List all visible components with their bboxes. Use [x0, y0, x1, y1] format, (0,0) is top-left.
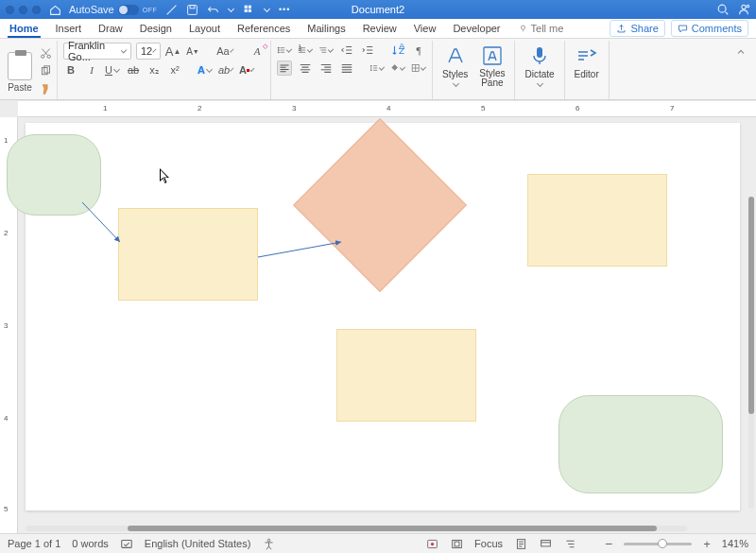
comments-button[interactable]: Comments: [671, 20, 748, 37]
shape-rounded-1[interactable]: [7, 134, 101, 216]
superscript-button[interactable]: x²: [167, 62, 182, 78]
shape-rect-3[interactable]: [336, 329, 476, 422]
italic-button[interactable]: I: [84, 62, 99, 78]
paste-icon[interactable]: [8, 52, 32, 80]
dec-indent-icon[interactable]: [339, 43, 354, 58]
shape-diamond[interactable]: [293, 118, 467, 292]
zoom-level[interactable]: 141%: [722, 538, 748, 549]
svg-rect-0: [187, 5, 197, 14]
autosave-toggle[interactable]: AutoSave OFF: [69, 4, 157, 15]
scroll-thumb[interactable]: [748, 197, 754, 414]
borders-icon[interactable]: [411, 60, 426, 76]
horizontal-scrollbar[interactable]: [26, 526, 687, 531]
tell-me[interactable]: Tell me: [516, 20, 566, 38]
status-words[interactable]: 0 words: [72, 538, 109, 549]
cut-icon[interactable]: [38, 45, 53, 60]
undo-icon[interactable]: [206, 3, 219, 16]
tab-references[interactable]: References: [235, 20, 292, 38]
spellcheck-icon[interactable]: [120, 537, 133, 550]
shape-rect-2[interactable]: [527, 174, 667, 267]
search-icon[interactable]: [716, 3, 730, 16]
bold-button[interactable]: B: [63, 62, 78, 78]
status-language[interactable]: English (United States): [145, 538, 251, 549]
styles-button[interactable]: Styles: [438, 43, 472, 88]
save-icon[interactable]: [185, 3, 198, 16]
styles-pane-button[interactable]: Styles Pane: [475, 43, 508, 88]
tab-view[interactable]: View: [412, 20, 438, 38]
change-case-icon[interactable]: Aa: [217, 43, 232, 59]
macro-icon[interactable]: [425, 537, 438, 550]
chevron-down-icon[interactable]: [264, 5, 270, 11]
line-tool-icon[interactable]: [164, 3, 178, 16]
tab-design[interactable]: Design: [138, 20, 174, 38]
decrease-font-icon[interactable]: A▼: [185, 43, 200, 59]
svg-rect-34: [541, 540, 550, 546]
share-button[interactable]: Share: [610, 20, 664, 37]
zoom-slider[interactable]: [624, 543, 692, 545]
accessibility-icon[interactable]: [262, 537, 275, 550]
strike-button[interactable]: ab: [126, 62, 141, 78]
view-print-icon[interactable]: [514, 537, 527, 550]
vertical-scrollbar[interactable]: [748, 197, 754, 509]
more-icon[interactable]: •••: [278, 3, 291, 16]
focus-icon[interactable]: [450, 537, 463, 550]
home-icon[interactable]: [48, 3, 61, 16]
shading-icon[interactable]: [390, 60, 405, 76]
tab-developer[interactable]: Developer: [451, 20, 502, 38]
status-page[interactable]: Page 1 of 1: [8, 538, 60, 549]
align-right-icon[interactable]: [318, 60, 334, 76]
font-size-select[interactable]: 12: [136, 43, 161, 60]
align-center-icon[interactable]: [298, 60, 313, 76]
multilevel-icon[interactable]: [318, 43, 334, 58]
share-icon[interactable]: [737, 3, 750, 16]
numbering-icon[interactable]: 123: [298, 43, 313, 58]
zoom-window-icon[interactable]: [32, 6, 41, 14]
chevron-down-icon[interactable]: [228, 5, 234, 11]
slider-handle[interactable]: [658, 539, 667, 548]
close-window-icon[interactable]: [6, 6, 14, 14]
tab-layout[interactable]: Layout: [187, 20, 222, 38]
tab-review[interactable]: Review: [361, 20, 399, 38]
svg-point-8: [747, 5, 749, 8]
tab-home[interactable]: Home: [8, 20, 41, 38]
clear-format-icon[interactable]: A◇: [249, 43, 265, 59]
highlight-icon[interactable]: ab: [218, 62, 233, 78]
font-color-icon[interactable]: A: [239, 62, 254, 78]
increase-font-icon[interactable]: A▲: [165, 43, 180, 59]
align-left-icon[interactable]: [277, 60, 292, 76]
group-paragraph: 123 AZ ¶: [271, 41, 433, 99]
window-controls[interactable]: [6, 6, 41, 14]
line-spacing-icon[interactable]: [369, 60, 385, 76]
tab-mailings[interactable]: Mailings: [305, 20, 347, 38]
underline-button[interactable]: U: [105, 62, 120, 78]
tab-insert[interactable]: Insert: [54, 20, 84, 38]
copy-icon[interactable]: [38, 63, 53, 78]
subscript-button[interactable]: x₂: [146, 62, 162, 78]
format-painter-icon[interactable]: [38, 81, 53, 96]
shape-rect-1[interactable]: [118, 208, 258, 301]
sort-icon[interactable]: AZ: [390, 43, 405, 58]
editor-button[interactable]: Editor: [571, 43, 603, 79]
focus-label[interactable]: Focus: [474, 538, 503, 549]
dictate-button[interactable]: Dictate: [521, 43, 558, 88]
tab-draw[interactable]: Draw: [96, 20, 125, 38]
ruler-horizontal[interactable]: 1 2 3 4 5 6 7: [18, 100, 756, 117]
inc-indent-icon[interactable]: [360, 43, 375, 58]
page-canvas[interactable]: [26, 123, 740, 510]
scroll-thumb[interactable]: [128, 526, 657, 531]
document-title: Document2: [352, 4, 404, 15]
view-web-icon[interactable]: [539, 537, 552, 550]
justify-icon[interactable]: [339, 60, 354, 76]
zoom-out-button[interactable]: −: [605, 536, 612, 551]
text-effects-icon[interactable]: A: [198, 62, 213, 78]
show-marks-icon[interactable]: ¶: [411, 43, 426, 58]
minimize-window-icon[interactable]: [19, 6, 27, 14]
bullets-icon[interactable]: [277, 43, 292, 58]
toggle-icon[interactable]: [118, 5, 139, 15]
grid-icon[interactable]: [242, 3, 255, 16]
font-name-select[interactable]: Franklin Go...: [63, 43, 131, 60]
shape-rounded-2[interactable]: [558, 395, 723, 493]
collapse-ribbon-icon[interactable]: [733, 44, 748, 60]
zoom-in-button[interactable]: +: [703, 537, 711, 551]
view-outline-icon[interactable]: [563, 537, 576, 550]
